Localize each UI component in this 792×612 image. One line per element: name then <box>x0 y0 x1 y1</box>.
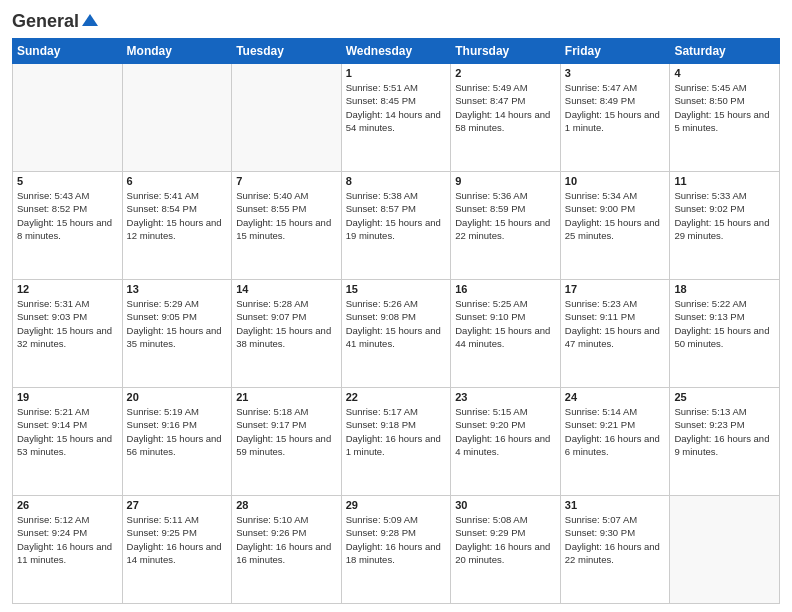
day-info: Sunrise: 5:23 AMSunset: 9:11 PMDaylight:… <box>565 297 666 350</box>
day-cell: 11Sunrise: 5:33 AMSunset: 9:02 PMDayligh… <box>670 172 780 280</box>
day-cell: 12Sunrise: 5:31 AMSunset: 9:03 PMDayligh… <box>13 280 123 388</box>
day-info: Sunrise: 5:33 AMSunset: 9:02 PMDaylight:… <box>674 189 775 242</box>
day-cell: 23Sunrise: 5:15 AMSunset: 9:20 PMDayligh… <box>451 388 561 496</box>
day-number: 22 <box>346 391 447 403</box>
day-info: Sunrise: 5:47 AMSunset: 8:49 PMDaylight:… <box>565 81 666 134</box>
logo: General <box>12 10 98 32</box>
day-info: Sunrise: 5:08 AMSunset: 9:29 PMDaylight:… <box>455 513 556 566</box>
calendar-table: SundayMondayTuesdayWednesdayThursdayFrid… <box>12 38 780 604</box>
day-cell: 19Sunrise: 5:21 AMSunset: 9:14 PMDayligh… <box>13 388 123 496</box>
day-cell: 18Sunrise: 5:22 AMSunset: 9:13 PMDayligh… <box>670 280 780 388</box>
day-number: 13 <box>127 283 228 295</box>
day-number: 23 <box>455 391 556 403</box>
day-cell: 9Sunrise: 5:36 AMSunset: 8:59 PMDaylight… <box>451 172 561 280</box>
week-row-2: 5Sunrise: 5:43 AMSunset: 8:52 PMDaylight… <box>13 172 780 280</box>
day-cell: 24Sunrise: 5:14 AMSunset: 9:21 PMDayligh… <box>560 388 670 496</box>
day-info: Sunrise: 5:31 AMSunset: 9:03 PMDaylight:… <box>17 297 118 350</box>
day-number: 25 <box>674 391 775 403</box>
day-cell <box>670 496 780 604</box>
day-number: 14 <box>236 283 337 295</box>
weekday-header-wednesday: Wednesday <box>341 39 451 64</box>
day-number: 1 <box>346 67 447 79</box>
day-number: 24 <box>565 391 666 403</box>
day-number: 6 <box>127 175 228 187</box>
day-info: Sunrise: 5:29 AMSunset: 9:05 PMDaylight:… <box>127 297 228 350</box>
logo-general: General <box>12 11 79 32</box>
day-cell: 25Sunrise: 5:13 AMSunset: 9:23 PMDayligh… <box>670 388 780 496</box>
calendar-container: General SundayMondayTuesdayWednesdayThur… <box>0 0 792 612</box>
day-number: 15 <box>346 283 447 295</box>
day-info: Sunrise: 5:41 AMSunset: 8:54 PMDaylight:… <box>127 189 228 242</box>
day-cell: 26Sunrise: 5:12 AMSunset: 9:24 PMDayligh… <box>13 496 123 604</box>
day-cell <box>232 64 342 172</box>
day-number: 30 <box>455 499 556 511</box>
day-number: 19 <box>17 391 118 403</box>
day-number: 27 <box>127 499 228 511</box>
day-cell: 10Sunrise: 5:34 AMSunset: 9:00 PMDayligh… <box>560 172 670 280</box>
day-number: 2 <box>455 67 556 79</box>
day-cell <box>122 64 232 172</box>
day-number: 9 <box>455 175 556 187</box>
day-number: 11 <box>674 175 775 187</box>
day-info: Sunrise: 5:22 AMSunset: 9:13 PMDaylight:… <box>674 297 775 350</box>
day-number: 8 <box>346 175 447 187</box>
day-number: 10 <box>565 175 666 187</box>
day-info: Sunrise: 5:15 AMSunset: 9:20 PMDaylight:… <box>455 405 556 458</box>
day-info: Sunrise: 5:14 AMSunset: 9:21 PMDaylight:… <box>565 405 666 458</box>
weekday-header-saturday: Saturday <box>670 39 780 64</box>
day-cell: 13Sunrise: 5:29 AMSunset: 9:05 PMDayligh… <box>122 280 232 388</box>
weekday-header-thursday: Thursday <box>451 39 561 64</box>
day-cell: 6Sunrise: 5:41 AMSunset: 8:54 PMDaylight… <box>122 172 232 280</box>
day-info: Sunrise: 5:13 AMSunset: 9:23 PMDaylight:… <box>674 405 775 458</box>
day-number: 18 <box>674 283 775 295</box>
header: General <box>12 10 780 32</box>
day-number: 12 <box>17 283 118 295</box>
day-cell: 8Sunrise: 5:38 AMSunset: 8:57 PMDaylight… <box>341 172 451 280</box>
day-cell: 29Sunrise: 5:09 AMSunset: 9:28 PMDayligh… <box>341 496 451 604</box>
day-cell: 3Sunrise: 5:47 AMSunset: 8:49 PMDaylight… <box>560 64 670 172</box>
day-info: Sunrise: 5:51 AMSunset: 8:45 PMDaylight:… <box>346 81 447 134</box>
day-info: Sunrise: 5:21 AMSunset: 9:14 PMDaylight:… <box>17 405 118 458</box>
day-number: 31 <box>565 499 666 511</box>
day-info: Sunrise: 5:49 AMSunset: 8:47 PMDaylight:… <box>455 81 556 134</box>
day-cell: 22Sunrise: 5:17 AMSunset: 9:18 PMDayligh… <box>341 388 451 496</box>
week-row-4: 19Sunrise: 5:21 AMSunset: 9:14 PMDayligh… <box>13 388 780 496</box>
day-number: 29 <box>346 499 447 511</box>
day-number: 26 <box>17 499 118 511</box>
week-row-3: 12Sunrise: 5:31 AMSunset: 9:03 PMDayligh… <box>13 280 780 388</box>
day-info: Sunrise: 5:43 AMSunset: 8:52 PMDaylight:… <box>17 189 118 242</box>
day-cell: 21Sunrise: 5:18 AMSunset: 9:17 PMDayligh… <box>232 388 342 496</box>
day-info: Sunrise: 5:28 AMSunset: 9:07 PMDaylight:… <box>236 297 337 350</box>
day-info: Sunrise: 5:09 AMSunset: 9:28 PMDaylight:… <box>346 513 447 566</box>
day-info: Sunrise: 5:18 AMSunset: 9:17 PMDaylight:… <box>236 405 337 458</box>
day-cell: 7Sunrise: 5:40 AMSunset: 8:55 PMDaylight… <box>232 172 342 280</box>
day-number: 28 <box>236 499 337 511</box>
week-row-5: 26Sunrise: 5:12 AMSunset: 9:24 PMDayligh… <box>13 496 780 604</box>
weekday-header-sunday: Sunday <box>13 39 123 64</box>
day-cell: 16Sunrise: 5:25 AMSunset: 9:10 PMDayligh… <box>451 280 561 388</box>
day-info: Sunrise: 5:11 AMSunset: 9:25 PMDaylight:… <box>127 513 228 566</box>
week-row-1: 1Sunrise: 5:51 AMSunset: 8:45 PMDaylight… <box>13 64 780 172</box>
day-number: 20 <box>127 391 228 403</box>
day-number: 7 <box>236 175 337 187</box>
day-cell: 30Sunrise: 5:08 AMSunset: 9:29 PMDayligh… <box>451 496 561 604</box>
day-number: 16 <box>455 283 556 295</box>
day-info: Sunrise: 5:36 AMSunset: 8:59 PMDaylight:… <box>455 189 556 242</box>
day-cell: 15Sunrise: 5:26 AMSunset: 9:08 PMDayligh… <box>341 280 451 388</box>
day-cell: 5Sunrise: 5:43 AMSunset: 8:52 PMDaylight… <box>13 172 123 280</box>
day-cell: 1Sunrise: 5:51 AMSunset: 8:45 PMDaylight… <box>341 64 451 172</box>
day-cell: 4Sunrise: 5:45 AMSunset: 8:50 PMDaylight… <box>670 64 780 172</box>
day-info: Sunrise: 5:34 AMSunset: 9:00 PMDaylight:… <box>565 189 666 242</box>
day-info: Sunrise: 5:07 AMSunset: 9:30 PMDaylight:… <box>565 513 666 566</box>
day-info: Sunrise: 5:40 AMSunset: 8:55 PMDaylight:… <box>236 189 337 242</box>
day-info: Sunrise: 5:26 AMSunset: 9:08 PMDaylight:… <box>346 297 447 350</box>
svg-marker-0 <box>82 14 98 26</box>
day-number: 3 <box>565 67 666 79</box>
day-number: 21 <box>236 391 337 403</box>
day-cell: 2Sunrise: 5:49 AMSunset: 8:47 PMDaylight… <box>451 64 561 172</box>
weekday-header-row: SundayMondayTuesdayWednesdayThursdayFrid… <box>13 39 780 64</box>
day-info: Sunrise: 5:38 AMSunset: 8:57 PMDaylight:… <box>346 189 447 242</box>
day-cell: 31Sunrise: 5:07 AMSunset: 9:30 PMDayligh… <box>560 496 670 604</box>
day-info: Sunrise: 5:12 AMSunset: 9:24 PMDaylight:… <box>17 513 118 566</box>
weekday-header-friday: Friday <box>560 39 670 64</box>
